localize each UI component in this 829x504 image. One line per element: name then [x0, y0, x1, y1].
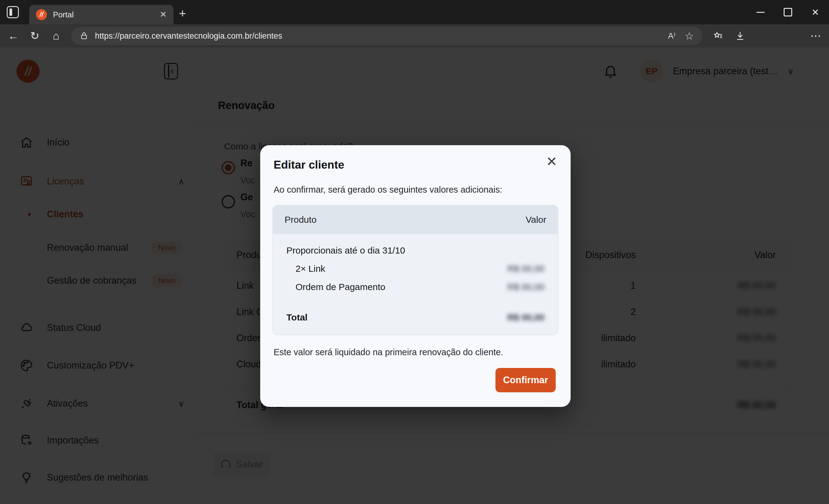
masked-value: R$ 00,00	[507, 312, 544, 323]
modal-table-header: Produto Valor	[273, 206, 558, 234]
edit-client-modal: Editar cliente ✕ Ao confirmar, será gera…	[260, 145, 571, 407]
col-valor: Valor	[526, 215, 546, 225]
url-text[interactable]: https://parceiro.cervantestecnologia.com…	[95, 31, 661, 41]
modal-values-table: Produto Valor Proporcionais até o dia 31…	[273, 205, 558, 335]
back-icon[interactable]: ←	[4, 24, 23, 47]
modal-item-row: Ordem de Pagamento R$ 00,00	[273, 278, 558, 296]
modal-note: Este valor será liquidado na primeira re…	[274, 347, 503, 357]
masked-value: R$ 00,00	[507, 263, 544, 274]
modal-total-row: Total R$ 00,00	[273, 308, 558, 327]
window-close-button[interactable]: ✕	[802, 0, 829, 24]
read-aloud-icon[interactable]: A⁾	[668, 31, 676, 41]
group-label-row: Proporcionais até o dia 31/10	[273, 241, 558, 260]
modal-title: Editar cliente	[274, 158, 344, 171]
modal-item-row: 2× Link R$ 00,00	[273, 260, 558, 278]
close-icon[interactable]: ✕	[546, 155, 557, 168]
window-minimize-button[interactable]	[747, 0, 774, 24]
tab-workspaces-icon[interactable]	[7, 6, 19, 18]
favorites-bar-icon[interactable]	[709, 24, 727, 47]
modal-intro-text: Ao confirmar, será gerado os seguintes v…	[274, 185, 502, 195]
tab-title: Portal	[53, 10, 154, 20]
browser-toolbar: ← ↻ ⌂ https://parceiro.cervantestecnolog…	[0, 24, 829, 47]
browser-titlebar: // Portal ✕ + ✕	[0, 0, 829, 24]
downloads-icon[interactable]	[731, 24, 749, 47]
reload-icon[interactable]: ↻	[26, 24, 44, 47]
favorite-star-icon[interactable]: ☆	[685, 30, 694, 42]
browser-menu-icon[interactable]: ⋯	[806, 24, 825, 47]
window-maximize-button[interactable]	[774, 0, 802, 24]
tab-close-icon[interactable]: ✕	[160, 10, 167, 19]
address-bar[interactable]: https://parceiro.cervantestecnologia.com…	[72, 27, 702, 45]
site-favicon-icon: //	[36, 9, 47, 20]
home-icon[interactable]: ⌂	[47, 24, 65, 47]
new-tab-button[interactable]: +	[179, 7, 186, 21]
browser-tab[interactable]: // Portal ✕	[29, 5, 174, 24]
col-produto: Produto	[285, 215, 526, 225]
lock-icon	[80, 32, 88, 40]
masked-value: R$ 00,00	[507, 282, 544, 292]
confirm-button[interactable]: Confirmar	[496, 368, 556, 392]
browser-window: // Portal ✕ + ✕ ← ↻ ⌂ https://parceiro.c…	[0, 0, 829, 504]
